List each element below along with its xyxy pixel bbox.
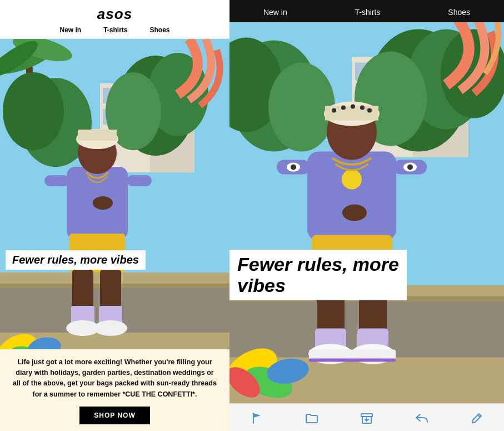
archive-icon[interactable] [360, 411, 374, 425]
nav-item-shoes[interactable]: Shoes [150, 26, 170, 34]
left-headline: Fewer rules, more vibes [6, 250, 146, 270]
svg-point-70 [291, 165, 296, 170]
nav-item-tshirts[interactable]: T-shirts [103, 26, 127, 34]
svg-rect-81 [309, 350, 353, 360]
right-panel: New in T-shirts Shoes [229, 0, 504, 431]
compose-icon[interactable] [470, 411, 484, 425]
svg-point-62 [332, 108, 336, 113]
left-body-text: Life just got a lot more exciting! Wheth… [11, 357, 218, 400]
svg-rect-82 [351, 350, 396, 360]
right-nav-item-shoes[interactable]: Shoes [448, 8, 470, 17]
flag-icon[interactable] [249, 411, 264, 425]
svg-point-28 [93, 196, 113, 210]
right-nav-item-new-in[interactable]: New in [263, 8, 287, 17]
asos-logo: asos [97, 6, 132, 23]
left-panel: asos New in T-shirts Shoes [0, 0, 229, 431]
right-hero-image: Fewer rules, more vibes [229, 22, 504, 403]
svg-rect-26 [44, 175, 69, 186]
right-toolbar [229, 403, 504, 431]
svg-point-64 [351, 105, 355, 109]
shop-now-button[interactable]: SHOP NOW [79, 407, 149, 424]
folder-icon[interactable] [305, 411, 319, 425]
left-nav: New in T-shirts Shoes [59, 26, 169, 34]
right-headline-line2: vibes [237, 275, 286, 296]
svg-rect-83 [309, 359, 353, 362]
svg-rect-27 [127, 175, 152, 186]
right-headline-line1: Fewer rules, more [237, 254, 399, 275]
right-nav-item-tshirts[interactable]: T-shirts [355, 8, 381, 17]
reply-icon[interactable] [415, 411, 429, 425]
right-header: New in T-shirts Shoes [229, 0, 504, 22]
left-hero-image: Fewer rules, more vibes [0, 39, 229, 349]
left-header: asos New in T-shirts Shoes [0, 0, 229, 39]
right-headline: Fewer rules, more vibes [229, 250, 407, 300]
svg-point-20 [3, 72, 64, 150]
svg-rect-84 [351, 359, 396, 362]
svg-point-66 [367, 108, 372, 113]
svg-point-72 [407, 165, 413, 170]
svg-point-63 [341, 106, 346, 110]
left-bottom-section: Life just got a lot more exciting! Wheth… [0, 349, 229, 432]
svg-point-65 [360, 106, 365, 110]
svg-point-73 [342, 170, 362, 190]
svg-rect-25 [78, 130, 117, 141]
svg-point-74 [342, 205, 367, 221]
svg-point-34 [94, 320, 127, 336]
svg-rect-89 [361, 414, 372, 417]
nav-item-new-in[interactable]: New in [59, 26, 81, 34]
